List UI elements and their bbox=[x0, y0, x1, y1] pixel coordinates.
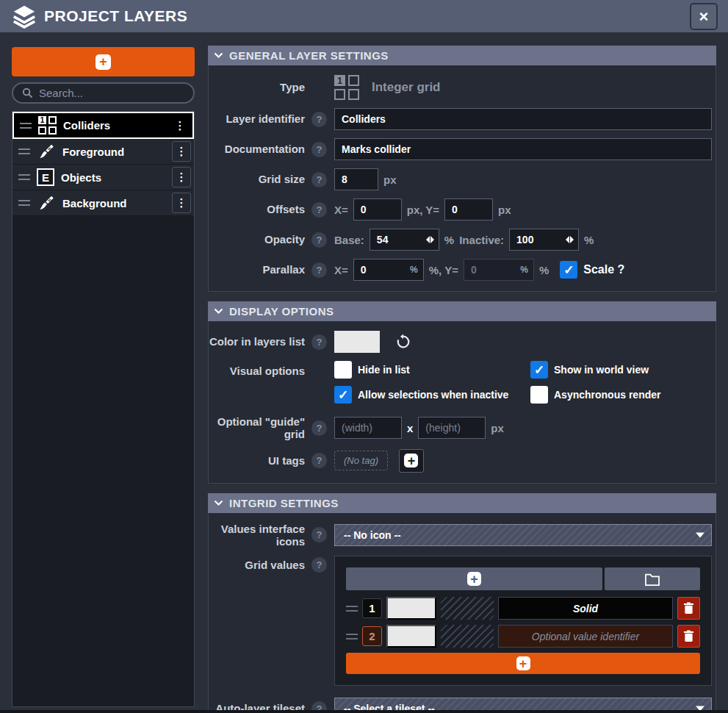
documentation-label: Documentation bbox=[209, 143, 305, 155]
offsets-row: Offsets ? X= px, Y= px bbox=[209, 198, 712, 221]
delete-value-button[interactable] bbox=[677, 597, 700, 620]
value-identifier-input[interactable] bbox=[498, 597, 673, 620]
grid-size-unit: px bbox=[383, 173, 397, 186]
help-icon[interactable]: ? bbox=[311, 262, 327, 278]
guide-width-input[interactable] bbox=[334, 417, 402, 439]
documentation-row: Documentation ? bbox=[209, 138, 712, 160]
scale-label: Scale ? bbox=[583, 263, 624, 276]
app-header: PROJECT LAYERS × bbox=[0, 0, 728, 32]
opacity-base-prefix: Base: bbox=[334, 234, 364, 246]
intgrid-layer-icon: 1 bbox=[38, 116, 57, 135]
help-icon[interactable]: ? bbox=[311, 420, 327, 436]
help-icon[interactable]: ? bbox=[311, 701, 327, 713]
search-box[interactable] bbox=[12, 82, 195, 104]
guide-height-input[interactable] bbox=[418, 417, 486, 439]
value-number-badge: 1 bbox=[362, 598, 382, 618]
guide-grid-row: Optional "guide" grid ? x px bbox=[209, 415, 712, 441]
checkbox-label: Show in world view bbox=[554, 364, 649, 376]
layer-list: 1 Colliders ⋮ F Foreground ⋮ E Objects ⋮ bbox=[12, 111, 195, 707]
type-value: Integer grid bbox=[372, 80, 441, 95]
layer-row-foreground[interactable]: F Foreground ⋮ bbox=[12, 139, 194, 165]
stepper-icon[interactable] bbox=[566, 236, 574, 243]
checkbox-check-icon: ✓ bbox=[334, 361, 352, 379]
add-value-button-bottom[interactable]: + bbox=[346, 653, 700, 674]
drag-handle-icon[interactable] bbox=[18, 174, 30, 180]
help-icon[interactable]: ? bbox=[311, 172, 327, 187]
drag-handle-icon[interactable] bbox=[18, 200, 30, 206]
add-layer-button[interactable]: + bbox=[12, 47, 195, 76]
section-display-header[interactable]: DISPLAY OPTIONS bbox=[208, 301, 716, 321]
offset-x-input[interactable] bbox=[353, 198, 402, 221]
documentation-input[interactable] bbox=[334, 138, 712, 160]
section-general-header[interactable]: GENERAL LAYER SETTINGS bbox=[208, 46, 716, 65]
brush-icon: F bbox=[37, 193, 56, 212]
color-row: Color in layers list ? bbox=[209, 331, 712, 353]
opacity-base-unit: % bbox=[444, 234, 454, 246]
checkbox-show-in-world-view[interactable]: ✓ Show in world view bbox=[530, 361, 660, 379]
parallax-x-prefix: X= bbox=[334, 264, 348, 276]
stepper-icon[interactable] bbox=[426, 236, 434, 243]
offset-mid: px, Y= bbox=[407, 204, 439, 216]
layer-settings-panel: GENERAL LAYER SETTINGS Type 1 Integer gr… bbox=[208, 46, 716, 713]
drag-handle-icon[interactable] bbox=[346, 634, 358, 639]
chevron-down-icon bbox=[696, 532, 704, 537]
delete-value-button[interactable] bbox=[677, 625, 700, 648]
trash-icon bbox=[683, 630, 694, 642]
layer-row-objects[interactable]: E Objects ⋮ bbox=[12, 165, 194, 190]
layer-color-swatch[interactable] bbox=[334, 331, 380, 353]
help-icon[interactable]: ? bbox=[311, 202, 327, 218]
value-color-swatch[interactable] bbox=[386, 625, 436, 648]
reset-color-icon[interactable] bbox=[395, 334, 411, 350]
value-number-badge: 2 bbox=[362, 626, 382, 646]
help-icon[interactable]: ? bbox=[311, 112, 327, 127]
drag-handle-icon[interactable] bbox=[346, 606, 358, 612]
section-title: DISPLAY OPTIONS bbox=[229, 305, 334, 318]
value-identifier-input[interactable] bbox=[498, 625, 673, 648]
help-icon[interactable]: ? bbox=[311, 527, 327, 542]
help-icon[interactable]: ? bbox=[311, 557, 327, 573]
checkbox-async-render[interactable]: ✓ Asynchronous render bbox=[530, 386, 660, 404]
layer-row-background[interactable]: F Background ⋮ bbox=[12, 190, 194, 216]
value-groups-button[interactable] bbox=[605, 567, 700, 590]
add-value-button-top[interactable]: + bbox=[346, 567, 602, 590]
opacity-inactive-prefix: Inactive: bbox=[459, 234, 504, 246]
help-icon[interactable]: ? bbox=[311, 232, 327, 248]
brush-icon: F bbox=[37, 142, 56, 161]
grid-size-row: Grid size ? px bbox=[209, 168, 712, 190]
layer-name: Foreground bbox=[62, 146, 165, 158]
close-button[interactable]: × bbox=[690, 3, 718, 30]
layer-identifier-input[interactable] bbox=[334, 108, 712, 130]
layer-menu-button[interactable]: ⋮ bbox=[172, 141, 191, 162]
checkbox-allow-selections[interactable]: ✓ Allow selections when inactive bbox=[334, 386, 530, 404]
checkbox-check-icon: ✓ bbox=[560, 261, 577, 279]
drag-handle-icon[interactable] bbox=[20, 123, 32, 129]
offset-unit: px bbox=[498, 204, 511, 216]
help-icon[interactable]: ? bbox=[311, 453, 327, 468]
section-title: INTGRID SETTINGS bbox=[229, 497, 339, 509]
add-tag-button[interactable]: + bbox=[399, 449, 424, 473]
offset-y-input[interactable] bbox=[444, 198, 493, 221]
checkbox-label: Hide in list bbox=[358, 364, 410, 376]
help-icon[interactable]: ? bbox=[311, 142, 327, 157]
parallax-mid: %, Y= bbox=[429, 264, 458, 276]
grid-size-input[interactable] bbox=[334, 168, 378, 190]
layer-menu-button[interactable]: ⋮ bbox=[170, 115, 190, 136]
layer-menu-button[interactable]: ⋮ bbox=[172, 193, 191, 213]
values-icons-select[interactable]: -- No icon -- bbox=[334, 524, 712, 546]
search-input[interactable] bbox=[39, 87, 164, 99]
percent-suffix: % bbox=[410, 265, 418, 275]
chevron-down-icon bbox=[696, 706, 704, 712]
layer-menu-button[interactable]: ⋮ bbox=[172, 167, 191, 187]
help-icon[interactable]: ? bbox=[311, 334, 327, 350]
auto-tileset-row: Auto-layer tileset ? -- Select a tileset… bbox=[209, 698, 712, 713]
value-color-swatch[interactable] bbox=[386, 597, 436, 620]
auto-tileset-select[interactable]: -- Select a tileset -- bbox=[334, 698, 712, 713]
opacity-inactive-unit: % bbox=[584, 234, 594, 246]
scale-checkbox[interactable]: ✓ Scale ? bbox=[560, 261, 624, 279]
checkbox-hide-in-list[interactable]: ✓ Hide in list bbox=[334, 361, 530, 379]
section-intgrid-header[interactable]: INTGRID SETTINGS bbox=[208, 493, 716, 513]
plus-icon: + bbox=[516, 656, 530, 670]
layer-row-colliders[interactable]: 1 Colliders ⋮ bbox=[12, 112, 194, 139]
entity-layer-icon: E bbox=[37, 168, 54, 186]
drag-handle-icon[interactable] bbox=[18, 148, 30, 154]
